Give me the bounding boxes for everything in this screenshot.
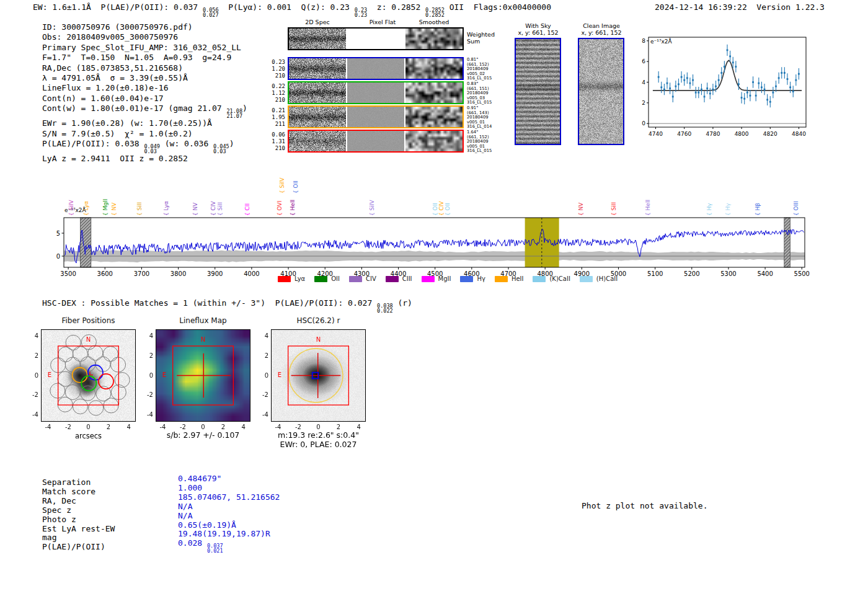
fiber-circle xyxy=(104,398,118,413)
spec2d-row-left-label: 0.231.20210 xyxy=(264,59,285,79)
elixer-report-page: EW: 1.6±1.1Å P(LAE)/P(OII): 0.037 0.0560… xyxy=(0,0,868,591)
hsc-cutout-plot: NE xyxy=(271,329,366,422)
lineflux-x-tick: -4 xyxy=(155,424,170,430)
info-line: P(LAE)/P(OII): 0.038 0.0490.03 (w: 0.036… xyxy=(42,139,247,154)
svg-text:5300: 5300 xyxy=(720,270,736,277)
legend-item: CIII xyxy=(386,275,412,282)
stacked-value: 0.0490.03 xyxy=(144,144,160,154)
spectral-line-label: { SiII xyxy=(136,202,143,216)
legend-item: MgII xyxy=(422,275,451,282)
spectral-line-label: { SiII xyxy=(217,202,223,216)
y-tick-label: 6 xyxy=(642,58,645,64)
full-spectrum-svg: 3500360037003800390040004100420043004400… xyxy=(53,214,812,281)
match-table-labels: SeparationMatch scoreRA, DecSpec zPhoto … xyxy=(42,478,115,552)
hsc-x-tick: -4 xyxy=(270,424,285,430)
lineflux-map-title: Lineflux Map xyxy=(156,316,250,325)
info-line: Cont(n) = 1.60(±0.04)e-17 xyxy=(42,94,247,104)
fiber-positions-overlay: NE xyxy=(41,329,136,422)
spectral-line-label: { OIII xyxy=(793,201,799,216)
spec2d-row xyxy=(288,57,464,80)
spec2d-left-value: 1.95 xyxy=(264,114,285,121)
x-tick-label: 4800 xyxy=(735,131,749,137)
spectral-line-label: { SiII xyxy=(611,202,617,216)
weighted-sum-line: Sum xyxy=(467,38,495,45)
spec2d-row xyxy=(288,27,464,50)
spec2d-row xyxy=(288,130,464,153)
hsc-y-tick: 0 xyxy=(255,372,268,379)
stacked-value: 0.0380.022 xyxy=(377,303,393,313)
spec2d-row-right-label: 1.64"(661, 152)20180409v005_01316_LL_015 xyxy=(467,130,492,154)
data-points xyxy=(658,45,800,108)
lineflux-x-tick: 2 xyxy=(216,424,231,430)
legend-item: Lyα xyxy=(278,275,305,282)
clean-coords: x, y: 661, 152 xyxy=(581,29,621,36)
hsc-y-tick: -2 xyxy=(255,391,268,398)
info-line: Cont(w) = 1.80(±0.01)e-17 (gmag 21.07 21… xyxy=(42,104,247,118)
spectral-line-label: { SiIV xyxy=(279,177,285,193)
legend-item: (K)CaII xyxy=(533,275,570,282)
fiber-y-tick: 4 xyxy=(25,332,38,339)
smoothed-cell xyxy=(405,29,463,49)
svg-text:3500: 3500 xyxy=(60,270,76,277)
legend-label: (K)CaII xyxy=(549,275,570,282)
fiber-positions-plot: NE xyxy=(41,329,136,422)
y-tick-label: 4 xyxy=(642,79,645,86)
legend-item: CIV xyxy=(349,275,376,282)
legend-item: OII xyxy=(314,275,340,282)
lineflux-map-plot: NE xyxy=(156,329,250,422)
smoothed-cell xyxy=(405,82,463,103)
hsc-x-tick: 0 xyxy=(311,424,326,430)
spectral-line-label: { Hβ xyxy=(755,203,761,216)
match-table-value: 0.028 0.0370.021 xyxy=(178,539,280,553)
spec2d-header-2dspec: 2D Spec xyxy=(293,19,342,25)
spectral-line-label: { NV xyxy=(578,203,584,216)
phot-z-note: Phot z plot not available. xyxy=(582,501,708,511)
info-line: S/N = 7.9(±0.5) χ² = 1.0(±0.2) xyxy=(42,129,247,139)
spectral-line-label: { Lyα xyxy=(163,201,169,216)
spectral-line-label: { Lyα xyxy=(83,201,89,216)
spectral-line-label: { Hγ xyxy=(706,203,712,216)
spectral-line-label: { MgII xyxy=(102,199,108,216)
compass-east: E xyxy=(162,371,166,378)
hatch-region xyxy=(784,218,790,267)
svg-text:3700: 3700 xyxy=(134,270,149,277)
fiber-y-tick: -4 xyxy=(25,411,38,418)
spec2d-cell xyxy=(289,131,346,151)
x-tick-label: 4840 xyxy=(792,131,806,137)
spec2d-cell xyxy=(289,58,346,79)
header-summary: EW: 1.6±1.1Å P(LAE)/P(OII): 0.037 0.0560… xyxy=(33,2,551,17)
smoothed-cell xyxy=(405,58,463,79)
pixelflat-cell xyxy=(347,58,404,79)
match-table-value: N/A xyxy=(178,502,280,512)
match-table-value: 1.000 xyxy=(178,484,280,493)
spectral-line-label: { OII xyxy=(432,203,438,216)
clean-title: Clean Imagex, y: 661, 152 xyxy=(570,22,632,36)
spec2d-cell xyxy=(289,29,346,49)
fiber-xlabel: arcsecs xyxy=(41,432,136,440)
info-line: Obs: 20180409v005_3000750976 xyxy=(42,32,247,42)
lineflux-y-tick: 2 xyxy=(140,352,153,359)
hsc-x-tick: 4 xyxy=(352,424,366,430)
match-table-label: P(LAE)/P(OII) xyxy=(42,543,115,552)
hsc-y-tick: -4 xyxy=(255,411,268,418)
spectral-line-label: { CIV xyxy=(438,201,445,216)
legend-swatch xyxy=(314,276,327,282)
x-tick-label: 4780 xyxy=(706,131,720,137)
fiber-circle xyxy=(73,347,87,362)
spectral-line-label: { HeII xyxy=(290,200,296,216)
pixelflat-cell xyxy=(347,107,404,127)
spectral-line-label: { OII xyxy=(445,203,451,216)
line-fit-chart: 47404760478048004820484002468e⁻¹⁷x2Å xyxy=(639,31,812,144)
lineflux-y-tick: -2 xyxy=(140,391,153,398)
legend-label: MgII xyxy=(438,275,451,282)
lineflux-caption: s/b: 2.97 +/- 0.107 xyxy=(146,430,260,440)
fiber-y-tick: 2 xyxy=(25,352,38,359)
lineflux-y-tick: 4 xyxy=(140,332,153,339)
legend-label: CIII xyxy=(402,275,412,282)
svg-text:0: 0 xyxy=(56,253,60,260)
legend-swatch xyxy=(495,276,508,282)
spec2d-row-right-label: 0.83"(661, 151)20180409v005_03316_LL_015 xyxy=(467,82,492,105)
match-table-value: 0.484679" xyxy=(178,474,280,484)
hsc-caption-2: EWr: 0, PLAE: 0.027 xyxy=(255,440,381,449)
fiber-x-tick: -2 xyxy=(61,424,76,430)
